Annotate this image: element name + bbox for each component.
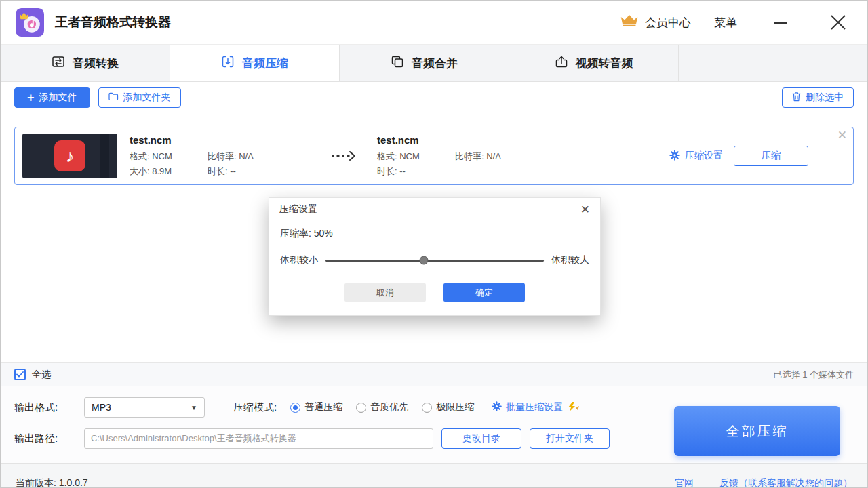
slider-handle[interactable]: [419, 256, 428, 265]
plus-icon: +: [27, 92, 35, 104]
tab-audio-convert[interactable]: 音频转换: [1, 45, 170, 81]
radio-normal-compress[interactable]: 普通压缩: [290, 401, 342, 413]
version-text: 当前版本: 1.0.0.7: [16, 477, 88, 488]
gear-icon: [492, 401, 502, 413]
compress-all-button[interactable]: 全部压缩: [674, 406, 840, 456]
ok-button[interactable]: 确定: [443, 283, 525, 302]
radio-quality-first[interactable]: 音质优先: [356, 401, 408, 413]
dialog-buttons: 取消 确定: [280, 283, 589, 302]
slider-row: 体积较小 体积较大: [280, 254, 589, 266]
tabbar-filler: [679, 45, 867, 81]
output-format-select[interactable]: MP3 ▼: [84, 397, 205, 418]
source-bitrate: 比特率: N/A: [208, 150, 254, 163]
remove-file-icon[interactable]: ✕: [837, 129, 847, 141]
output-settings: 输出格式: MP3 ▼ 压缩模式: 普通压缩 音质优先 极限压缩: [1, 386, 867, 463]
radio-icon: [422, 403, 432, 413]
feedback-link[interactable]: 反馈（联系客服解决您的问题）: [719, 477, 852, 488]
radio-label: 普通压缩: [304, 401, 342, 413]
change-directory-button[interactable]: 更改目录: [441, 428, 521, 449]
file-row-controls: 压缩设置 压缩: [669, 146, 808, 166]
output-format-value: MP3: [92, 402, 111, 413]
output-format-label: 输出格式:: [14, 401, 84, 414]
batch-compression-settings-link[interactable]: 批量压缩设置: [492, 401, 580, 413]
member-center-button[interactable]: 会员中心: [620, 14, 691, 30]
output-path-label: 输出路径:: [14, 432, 84, 445]
folder-icon: [108, 92, 119, 103]
file-row[interactable]: ♪ test.ncm 格式: NCM 比特率: N/A 大小: 8.9M 时长:…: [14, 127, 854, 185]
select-all-checkbox[interactable]: [14, 369, 26, 380]
tab-label: 音频合并: [412, 56, 458, 71]
radio-extreme-compress[interactable]: 极限压缩: [422, 401, 474, 413]
crown-icon: [620, 14, 639, 30]
close-button[interactable]: [829, 14, 847, 31]
tab-label: 音频转换: [73, 56, 119, 71]
dialog-title: 压缩设置: [279, 203, 317, 216]
target-bitrate: 比特率: N/A: [455, 150, 501, 163]
status-footer: 当前版本: 1.0.0.7 官网 反馈（联系客服解决您的问题）: [1, 463, 867, 488]
minimize-button[interactable]: [772, 14, 789, 30]
tab-audio-merge[interactable]: 音频合并: [340, 45, 509, 81]
convert-arrow-icon: [330, 150, 358, 161]
app-title: 王者音频格式转换器: [55, 14, 171, 31]
tab-bar: 音频转换 音频压缩 音频合并 视频转音频: [1, 44, 867, 82]
dialog-close-icon[interactable]: ✕: [580, 204, 590, 216]
compression-slider[interactable]: [326, 260, 544, 262]
music-app-icon: ♪: [54, 140, 85, 171]
source-size: 大小: 8.9M: [130, 165, 208, 178]
merge-icon: [391, 55, 404, 72]
radio-label: 极限压缩: [436, 401, 474, 413]
compression-settings-link[interactable]: 压缩设置: [669, 150, 723, 163]
member-center-label: 会员中心: [645, 15, 691, 30]
file-list: ♪ test.ncm 格式: NCM 比特率: N/A 大小: 8.9M 时长:…: [1, 127, 867, 362]
source-file-info: test.ncm 格式: NCM 比特率: N/A 大小: 8.9M 时长: -…: [130, 134, 330, 178]
file-thumbnail: ♪: [22, 134, 117, 178]
delete-selected-button[interactable]: 删除选中: [782, 87, 854, 108]
add-file-label: 添加文件: [39, 92, 77, 104]
selection-bar: 全选 已选择 1 个媒体文件: [1, 362, 867, 386]
tab-audio-compress[interactable]: 音频压缩: [170, 45, 340, 81]
title-bar: 王者音频格式转换器 会员中心 菜单: [1, 1, 867, 44]
dialog-body: 压缩率: 50% 体积较小 体积较大 取消 确定: [269, 221, 600, 302]
target-format: 格式: NCM: [377, 150, 455, 163]
thumbnail-fold: [100, 134, 109, 178]
vip-icon: [567, 402, 580, 413]
selected-count-text: 已选择 1 个媒体文件: [774, 369, 854, 381]
official-site-link[interactable]: 官网: [675, 477, 694, 488]
output-path-input[interactable]: [84, 428, 433, 449]
cancel-button[interactable]: 取消: [344, 283, 426, 302]
target-file-name: test.ncm: [377, 134, 560, 146]
slider-min-label: 体积较小: [280, 254, 318, 266]
dialog-header: 压缩设置 ✕: [269, 198, 600, 221]
open-folder-button[interactable]: 打开文件夹: [530, 428, 610, 449]
tab-label: 视频转音频: [576, 56, 633, 71]
file-toolbar: + 添加文件 添加文件夹 删除选中: [1, 82, 867, 113]
compress-icon: [221, 55, 235, 72]
tab-video-to-audio[interactable]: 视频转音频: [509, 45, 679, 81]
radio-icon: [356, 403, 366, 413]
radio-icon: [290, 403, 300, 413]
trash-icon: [792, 92, 801, 104]
delete-selected-label: 删除选中: [806, 92, 844, 104]
compression-mode-label: 压缩模式:: [233, 401, 277, 414]
menu-button[interactable]: 菜单: [714, 15, 737, 30]
batch-settings-label: 批量压缩设置: [506, 401, 563, 413]
compression-settings-dialog: 压缩设置 ✕ 压缩率: 50% 体积较小 体积较大 取消 确定: [269, 197, 601, 316]
source-file-name: test.ncm: [130, 134, 330, 146]
add-folder-button[interactable]: 添加文件夹: [98, 87, 181, 108]
compression-settings-label: 压缩设置: [685, 150, 723, 162]
compress-button[interactable]: 压缩: [734, 146, 808, 166]
add-folder-label: 添加文件夹: [123, 92, 171, 104]
app-logo-icon: [16, 8, 44, 37]
convert-icon: [52, 55, 65, 72]
add-file-button[interactable]: + 添加文件: [14, 87, 90, 108]
tab-label: 音频压缩: [242, 56, 288, 71]
select-all-label: 全选: [32, 369, 51, 381]
compression-rate-label: 压缩率: 50%: [280, 228, 589, 240]
video-to-audio-icon: [555, 55, 568, 72]
radio-label: 音质优先: [370, 401, 408, 413]
source-format: 格式: NCM: [130, 150, 208, 163]
chevron-down-icon: ▼: [191, 404, 197, 411]
target-duration: 时长: --: [377, 165, 455, 178]
slider-max-label: 体积较大: [551, 254, 589, 266]
target-file-info: test.ncm 格式: NCM 比特率: N/A 时长: --: [377, 134, 560, 178]
